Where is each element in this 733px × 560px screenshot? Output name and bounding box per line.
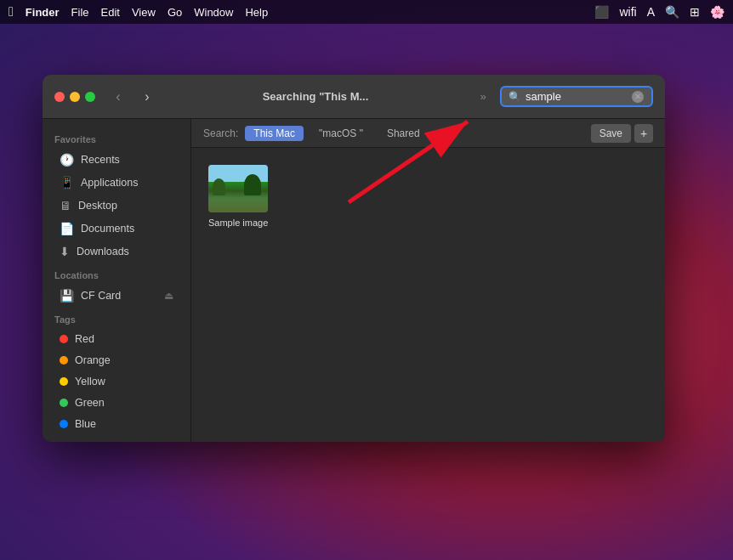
file-grid: Sample image: [191, 148, 665, 245]
search-icon: 🔍: [509, 91, 521, 103]
go-menu[interactable]: Go: [168, 6, 182, 19]
cfcard-label: CF Card: [81, 290, 121, 302]
file-name: Sample image: [208, 218, 268, 228]
desktop-icon: 🖥: [60, 199, 71, 212]
applications-label: Applications: [81, 177, 138, 189]
scope-bar: Search: This Mac "macOS " Shared Save +: [191, 119, 665, 148]
yellow-tag-label: Yellow: [75, 376, 105, 387]
titlebar: ‹ › Searching "This M... » 🔍 ✕: [43, 75, 665, 119]
sidebar-item-tag-green[interactable]: Green: [48, 393, 185, 413]
yellow-tag-dot: [60, 377, 68, 386]
documents-label: Documents: [81, 223, 134, 235]
wifi-icon[interactable]: wifi: [619, 5, 636, 19]
sidebar-item-applications[interactable]: 📱 Applications: [48, 172, 185, 194]
control-center-icon[interactable]: ⊞: [690, 5, 700, 19]
green-tag-dot: [60, 399, 68, 407]
sidebar-item-tag-yellow[interactable]: Yellow: [48, 371, 185, 392]
traffic-lights: [54, 92, 95, 102]
shared-button[interactable]: Shared: [378, 126, 429, 141]
recents-label: Recents: [81, 154, 120, 166]
recents-icon: 🕐: [60, 153, 74, 167]
forward-button[interactable]: ›: [136, 88, 158, 105]
search-input[interactable]: [526, 90, 628, 103]
sidebar-item-documents[interactable]: 📄 Documents: [48, 218, 185, 240]
minimize-button[interactable]: [70, 92, 80, 102]
text-input-icon[interactable]: A: [647, 5, 655, 19]
green-tag-label: Green: [75, 397, 105, 409]
applications-icon: 📱: [60, 176, 74, 189]
documents-icon: 📄: [60, 222, 74, 235]
scope-actions: Save +: [591, 124, 653, 143]
view-menu[interactable]: View: [132, 6, 156, 19]
menubar:  Finder File Edit View Go Window Help ⬛…: [0, 0, 733, 24]
this-mac-button[interactable]: This Mac: [245, 126, 304, 141]
search-bar[interactable]: 🔍 ✕: [500, 86, 653, 107]
menubar-right: ⬛ wifi A 🔍 ⊞ 🌸: [594, 5, 724, 19]
edit-menu[interactable]: Edit: [101, 6, 120, 19]
sidebar: Favorites 🕐 Recents 📱 Applications 🖥 Des…: [43, 119, 191, 442]
window-title: Searching "This M...: [165, 90, 466, 103]
back-button[interactable]: ‹: [107, 88, 129, 105]
file-thumbnail: [208, 165, 268, 212]
downloads-label: Downloads: [77, 246, 129, 257]
sidebar-item-desktop[interactable]: 🖥 Desktop: [48, 195, 185, 217]
list-item[interactable]: Sample image: [205, 161, 271, 231]
right-panel: Search: This Mac "macOS " Shared Save + …: [191, 119, 665, 442]
file-area: Sample image: [191, 148, 665, 442]
expand-button[interactable]: »: [473, 88, 493, 105]
tags-section-label: Tags: [43, 308, 190, 328]
orange-tag-label: Orange: [75, 354, 111, 366]
sidebar-item-recents[interactable]: 🕐 Recents: [48, 149, 185, 171]
sample-image-preview: [208, 165, 268, 212]
add-criteria-button[interactable]: +: [634, 124, 653, 143]
search-label: Search:: [203, 127, 238, 139]
notification-icon[interactable]: 🌸: [710, 5, 724, 19]
blue-tag-label: Blue: [75, 418, 96, 430]
sidebar-item-tag-orange[interactable]: Orange: [48, 350, 185, 371]
desktop-label: Desktop: [78, 200, 117, 212]
save-button[interactable]: Save: [591, 124, 631, 143]
blue-tag-dot: [60, 420, 68, 428]
favorites-section-label: Favorites: [43, 127, 190, 148]
red-tag-label: Red: [75, 333, 94, 345]
apple-menu[interactable]: : [9, 4, 14, 20]
search-clear-button[interactable]: ✕: [632, 91, 644, 103]
locations-section-label: Locations: [43, 263, 190, 284]
main-content: Favorites 🕐 Recents 📱 Applications 🖥 Des…: [43, 119, 665, 442]
orange-tag-dot: [60, 356, 68, 365]
cfcard-icon: 💾: [60, 289, 74, 303]
search-menu-icon[interactable]: 🔍: [665, 5, 679, 19]
sidebar-item-downloads[interactable]: ⬇ Downloads: [48, 240, 185, 263]
downloads-icon: ⬇: [60, 245, 70, 258]
eject-icon[interactable]: ⏏: [164, 290, 173, 302]
help-menu[interactable]: Help: [245, 6, 268, 19]
close-button[interactable]: [54, 92, 65, 102]
red-tag-dot: [60, 335, 68, 343]
sidebar-item-cfcard[interactable]: 💾 CF Card ⏏: [48, 285, 185, 307]
file-menu[interactable]: File: [71, 6, 89, 19]
macos-button[interactable]: "macOS ": [310, 126, 372, 141]
finder-window: ‹ › Searching "This M... » 🔍 ✕ Favorites…: [43, 75, 665, 442]
finder-menu[interactable]: Finder: [26, 6, 60, 19]
maximize-button[interactable]: [85, 92, 95, 102]
sidebar-item-tag-blue[interactable]: Blue: [48, 414, 185, 434]
sidebar-item-tag-red[interactable]: Red: [48, 329, 185, 349]
window-menu[interactable]: Window: [194, 6, 233, 19]
screen-icon[interactable]: ⬛: [594, 5, 609, 19]
